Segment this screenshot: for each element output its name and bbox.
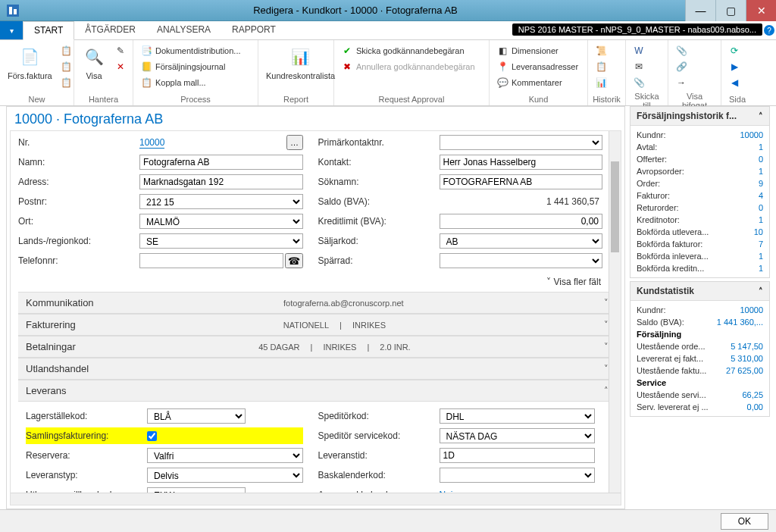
adress-input[interactable] [139,174,303,189]
maximize-button[interactable]: ▢ [715,0,746,21]
nr-label: Nr. [18,137,139,148]
hist-fakturor[interactable]: 4 [759,191,763,200]
levtyp-select[interactable]: Delvis [147,468,303,483]
ship-addresses-button[interactable]: 📍Leveransadresser [494,59,580,74]
comments-button[interactable]: 💬Kommentarer [494,75,580,90]
hist-bokkr[interactable]: 1 [759,264,763,273]
hist-avrop[interactable]: 1 [759,167,763,176]
hist-bokut[interactable]: 10 [754,227,763,236]
hist-offert[interactable]: 0 [759,155,763,164]
dimensions-button[interactable]: ◧Dimensioner [494,43,580,58]
apply-template-button[interactable]: 📋Koppla mall... [138,75,243,90]
levtid-input[interactable] [440,448,596,463]
customer-ledger-button[interactable]: 📊 Kundreskontralista [263,43,338,82]
stat-uteord[interactable]: 5 147,50 [731,342,763,351]
pencil-icon: ✎ [114,45,127,57]
minimize-button[interactable]: — [685,0,715,21]
ribbon-tabs: ▾ START ÅTGÄRDER ANALYSERA RAPPORT NPS 2… [0,21,776,40]
bask-label: Baskalenderkod: [318,470,440,480]
sparrad-select[interactable] [440,253,603,268]
res-select[interactable]: Valfri [147,448,303,463]
saljar-select[interactable]: AB [440,233,603,249]
new-invoice-button[interactable]: 📄 Förs.faktura [5,43,55,82]
send-approval-button[interactable]: ✔Skicka godkännandebegäran [339,43,477,58]
doc-dist-button[interactable]: 📑Dokumentdistribution... [138,43,243,58]
nr-value[interactable]: 10000 [139,137,164,149]
acc-fakturering[interactable]: Fakturering NATIONELL|INRIKES ˅ [18,314,616,336]
chart-icon: 📊 [289,45,313,69]
titlebar: Redigera - Kundkort - 10000 · Fotografer… [0,0,776,21]
stat-servlev[interactable]: 0,00 [747,402,763,412]
hist-avtal[interactable]: 1 [759,142,763,152]
tab-rapport[interactable]: RAPPORT [221,21,286,39]
show-3[interactable]: → [673,75,693,90]
hist-kundnr[interactable]: 10000 [740,130,763,139]
saldo-value: 1 441 360,57 [440,195,603,208]
acc-kommunikation[interactable]: Kommunikation fotograferna.ab@cronuscorp… [18,292,616,314]
sendto-2[interactable]: ✉ [630,59,650,74]
bask-select[interactable] [440,468,596,483]
history-1[interactable]: 📜 [593,43,612,58]
acc-leverans[interactable]: Leverans ˄ [18,380,616,402]
levtid-label: Leveranstid: [318,450,440,461]
refresh-button[interactable]: ⟳ [726,43,746,58]
stat-uteserv[interactable]: 66,25 [742,390,763,399]
acc-betalningar[interactable]: Betalningar 45 DAGAR|INRIKES|2.0 INR. ˅ [18,336,616,358]
ort-label: Ort: [18,216,139,227]
saldo-label: Saldo (BVA): [318,196,440,207]
land-select[interactable]: SE [139,233,303,249]
next-button[interactable]: ◀ [726,75,746,90]
stat-levej[interactable]: 5 310,00 [731,354,763,363]
show-more-fields[interactable]: ˅ Visa fler fält [546,277,601,287]
stat-saldo[interactable]: 1 441 360,... [717,318,763,327]
prev-button[interactable]: ▶ [726,59,746,74]
cancel-approval-button[interactable]: ✖Annullera godkännandebegäran [339,59,477,74]
close-button[interactable]: ✕ [746,0,776,21]
saml-checkbox[interactable] [147,431,157,441]
lager-select[interactable]: BLÅ [147,408,246,424]
tab-analysera[interactable]: ANALYSERA [146,21,221,39]
ort-select[interactable]: MALMÖ [139,214,303,229]
nr-lookup[interactable]: … [286,135,303,150]
customer-ledger-label: Kundreskontralista [266,71,335,80]
file-menu[interactable]: ▾ [0,21,23,39]
spedserv-select[interactable]: NÄSTA DAG [440,428,596,443]
hist-bokin[interactable]: 1 [759,252,763,261]
help-icon[interactable]: ? [764,25,774,36]
cross-icon: ✕ [114,61,127,73]
stat-utefakt[interactable]: 27 625,00 [726,366,763,375]
edit-button[interactable]: ✎ [112,43,132,58]
view-button[interactable]: 🔍 Visa [79,43,109,82]
namn-input[interactable] [139,155,303,170]
sales-journal-button[interactable]: 📒Försäljningsjournal [138,59,243,74]
scrollbar-vertical[interactable] [609,131,621,505]
soknamn-label: Söknamn: [318,177,440,187]
sendto-word[interactable]: W [630,43,650,58]
ok-button[interactable]: OK [721,513,768,530]
hist-order[interactable]: 9 [759,179,763,188]
tab-atgarder[interactable]: ÅTGÄRDER [74,21,146,39]
delete-button[interactable]: ✕ [112,59,132,74]
saml-label: Samlingsfakturering: [26,430,147,441]
tab-start[interactable]: START [23,21,74,40]
primkontakt-select[interactable] [440,135,603,150]
acc-utlandshandel[interactable]: Utlandshandel ˅ [18,358,616,380]
hist-retur[interactable]: 0 [759,203,763,212]
scrollbar-horizontal[interactable] [11,493,621,505]
show-1[interactable]: 📎 [673,43,693,58]
phone-lookup[interactable]: ☎ [285,253,303,268]
history-2[interactable]: 📋 [593,59,612,74]
postnr-select[interactable]: 212 15 [139,194,303,209]
kredit-input[interactable] [440,214,603,229]
hist-kredit[interactable]: 1 [759,215,763,224]
hist-bokfakt[interactable]: 7 [759,239,763,249]
sendto-3[interactable]: 📎 [630,75,650,90]
kontakt-input[interactable] [440,155,603,170]
telefon-input[interactable] [139,253,283,268]
stat-kundnr[interactable]: 10000 [740,305,763,315]
history-3[interactable]: 📊 [593,75,612,90]
sped-select[interactable]: DHL [440,408,596,424]
soknamn-input[interactable] [440,174,603,189]
footer: OK [0,509,776,532]
show-2[interactable]: 🔗 [673,59,693,74]
